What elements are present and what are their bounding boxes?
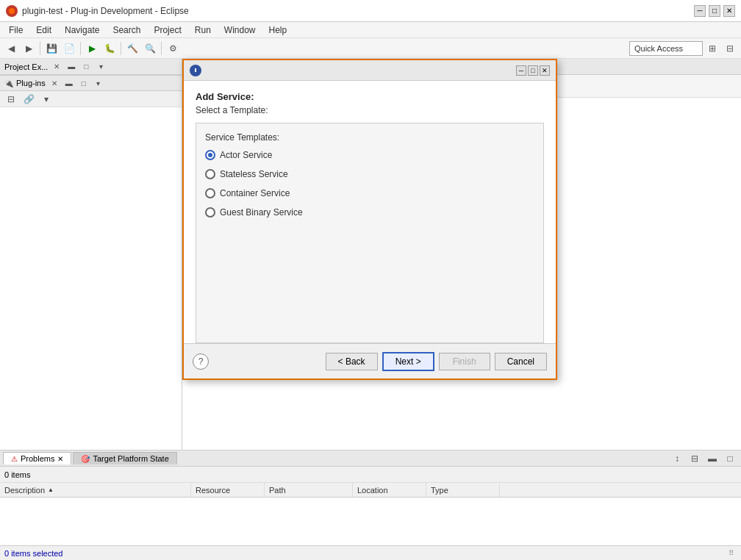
collapse-all-icon[interactable]: ⊟	[3, 91, 19, 107]
menu-help[interactable]: Help	[263, 24, 293, 37]
window-title: plugin-test - Plug-in Development - Ecli…	[22, 6, 690, 16]
menu-project[interactable]: Project	[148, 24, 187, 37]
radio-container-service[interactable]: Container Service	[205, 188, 534, 198]
next-button[interactable]: Next >	[382, 352, 434, 371]
description-col-label: Description	[4, 486, 45, 495]
menu-search[interactable]: Search	[107, 24, 146, 37]
radio-actor-service[interactable]: Actor Service	[205, 150, 534, 160]
bottom-tabs: ⚠ Problems ✕ 🎯 Target Platform State ↕ ⊟…	[0, 450, 741, 467]
col-resource: Resource	[191, 483, 265, 497]
toolbar-save[interactable]: 💾	[43, 40, 60, 57]
dialog-maximize[interactable]: □	[528, 65, 538, 76]
menu-bar: File Edit Navigate Search Project Run Wi…	[0, 22, 741, 38]
toolbar-build[interactable]: 🔨	[124, 40, 140, 57]
project-explorer-min[interactable]: ▬	[65, 61, 77, 73]
toolbar-fwd[interactable]: ▶	[21, 40, 37, 57]
problems-tab[interactable]: ⚠ Problems ✕	[3, 452, 71, 464]
quick-access-label: Quick Access	[634, 44, 683, 53]
status-resize: ⠿	[729, 549, 734, 557]
col-location: Location	[353, 483, 426, 497]
col-description: Description ▲	[0, 483, 191, 497]
bottom-toolbar-btn-2[interactable]: ⊟	[687, 450, 703, 467]
bottom-minimize[interactable]: ▬	[704, 450, 720, 467]
project-explorer-max[interactable]: □	[80, 61, 92, 73]
toolbar-new[interactable]: 📄	[61, 40, 77, 57]
items-count: 0 items	[4, 470, 30, 479]
svg-rect-2	[195, 69, 196, 72]
sort-icon: ▲	[48, 487, 54, 493]
plugins-menu[interactable]: ▾	[93, 77, 104, 89]
bottom-area: ⚠ Problems ✕ 🎯 Target Platform State ↕ ⊟…	[0, 450, 741, 560]
toolbar-debug[interactable]: 🐛	[101, 40, 118, 57]
menu-file[interactable]: File	[3, 24, 29, 37]
status-bar: 0 items selected ⠿	[0, 545, 741, 560]
radio-guest-binary-service-label: Guest Binary Service	[220, 207, 303, 218]
radio-guest-binary-service[interactable]: Guest Binary Service	[205, 207, 534, 218]
add-service-dialog: ─ □ ✕ Add Service: Select a Template: Se…	[182, 59, 557, 380]
toolbar-sep-1	[40, 42, 40, 55]
plugins-max[interactable]: □	[78, 77, 90, 89]
problems-tab-close[interactable]: ✕	[57, 455, 63, 463]
toolbar-extras[interactable]: ⚙	[165, 40, 181, 57]
dialog-subheading: Select a Template:	[196, 105, 544, 115]
toolbar-back[interactable]: ◀	[3, 40, 19, 57]
finish-button[interactable]: Finish	[439, 353, 490, 370]
toolbar-run[interactable]: ▶	[84, 40, 100, 57]
radio-stateless-service[interactable]: Stateless Service	[205, 169, 534, 179]
minimize-button[interactable]: ─	[694, 5, 706, 17]
radio-container-service-circle	[205, 188, 215, 198]
quick-access-box[interactable]: Quick Access	[629, 41, 703, 56]
dialog-heading: Add Service:	[196, 91, 544, 102]
project-explorer-close[interactable]: ✕	[51, 61, 62, 73]
radio-actor-service-circle	[205, 150, 215, 160]
plugins-close[interactable]: ✕	[49, 77, 60, 89]
target-platform-tab[interactable]: 🎯 Target Platform State	[73, 452, 176, 464]
target-platform-label: Target Platform State	[93, 454, 168, 463]
project-explorer-content	[0, 107, 182, 450]
svg-point-0	[9, 8, 15, 14]
radio-actor-service-label: Actor Service	[220, 150, 272, 160]
radio-guest-binary-service-circle	[205, 207, 215, 218]
cancel-button[interactable]: Cancel	[495, 353, 547, 370]
bottom-maximize[interactable]: □	[722, 450, 738, 467]
dialog-minimize[interactable]: ─	[516, 65, 526, 76]
svg-rect-3	[195, 68, 196, 70]
bottom-toolbar-btn-1[interactable]: ↕	[669, 450, 685, 467]
project-explorer-title: Project Ex...	[4, 62, 48, 71]
service-templates-label: Service Templates:	[205, 132, 534, 143]
plugins-tab-label: Plug-ins	[16, 79, 46, 87]
toolbar-perspective-1[interactable]: ⊞	[704, 40, 720, 57]
menu-window[interactable]: Window	[218, 24, 262, 37]
toolbar-perspective-2[interactable]: ⊟	[722, 40, 738, 57]
dialog-icon	[190, 65, 201, 76]
problems-table-header: Description ▲ Resource Path Location Typ…	[0, 483, 741, 498]
back-button[interactable]: < Back	[326, 353, 378, 370]
bottom-status-bar: 0 items	[0, 467, 741, 483]
toolbar-sep-2	[80, 42, 81, 55]
maximize-button[interactable]: □	[709, 5, 720, 17]
window-controls: ─ □ ✕	[694, 5, 735, 17]
menu-edit[interactable]: Edit	[30, 24, 57, 37]
dialog-title-bar: ─ □ ✕	[184, 60, 556, 81]
toolbar-search[interactable]: 🔍	[142, 40, 158, 57]
left-panel-toolbar: ⊟ 🔗 ▾	[0, 91, 182, 107]
dialog-window-buttons: ─ □ ✕	[516, 65, 550, 76]
panel-menu-icon[interactable]: ▾	[38, 91, 54, 107]
close-button[interactable]: ✕	[723, 5, 735, 17]
help-button[interactable]: ?	[193, 353, 209, 370]
menu-run[interactable]: Run	[189, 24, 217, 37]
link-editor-icon[interactable]: 🔗	[21, 91, 37, 107]
radio-stateless-service-circle	[205, 169, 215, 179]
toolbar-sep-3	[121, 42, 121, 55]
title-bar: plugin-test - Plug-in Development - Ecli…	[0, 0, 741, 22]
toolbar-sep-4	[161, 42, 162, 55]
project-explorer-menu[interactable]: ▾	[95, 61, 107, 73]
col-type: Type	[426, 483, 500, 497]
status-message: 0 items selected	[4, 549, 62, 558]
dialog-inner: Service Templates: Actor Service Statele…	[196, 123, 544, 343]
menu-navigate[interactable]: Navigate	[59, 24, 105, 37]
col-path: Path	[265, 483, 353, 497]
plugins-min[interactable]: ▬	[63, 77, 75, 89]
dialog-close[interactable]: ✕	[540, 65, 550, 76]
left-panel: Project Ex... ✕ ▬ □ ▾ 🔌 Plug-ins ✕ ▬ □ ▾…	[0, 59, 182, 450]
